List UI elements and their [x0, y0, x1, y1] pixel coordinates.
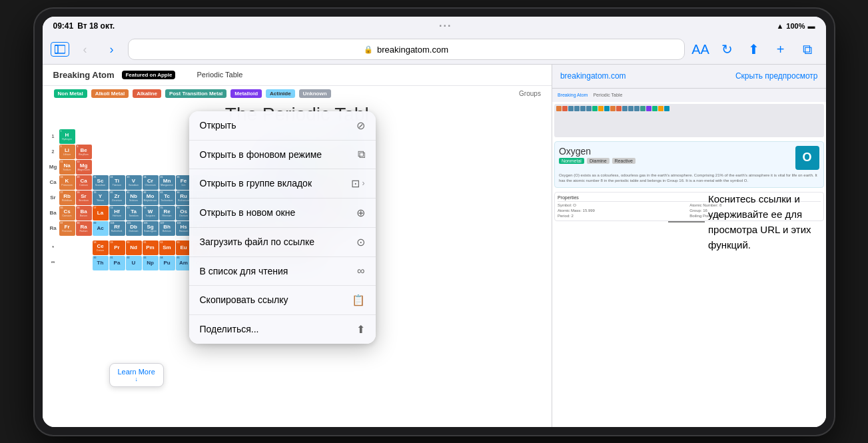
annotation-line [668, 222, 705, 222]
menu-open-background[interactable]: Открыть в фоновом режиме ⧉ [189, 141, 376, 169]
element-Ra[interactable]: 88RaRadium [76, 221, 92, 236]
element-Rf[interactable]: 104RfRutherford. [109, 221, 125, 236]
element-Ba[interactable]: 56BaBarium [76, 206, 92, 221]
element-Mg[interactable]: 12MgMagnesium [76, 160, 92, 175]
element-Cr[interactable]: 24CrChromium [143, 175, 159, 190]
element-K[interactable]: 19KPotassium [59, 175, 75, 190]
element-Ti[interactable]: 22TiTitanium [109, 175, 125, 190]
element-Pu[interactable]: 94Pu [159, 256, 175, 270]
time-display: 09:41 [53, 21, 74, 31]
context-menu: Открыть ⊘ Открыть в фоновом режиме ⧉ Отк… [189, 111, 376, 344]
url-bar[interactable]: 🔒 breakingatom.com [128, 39, 685, 60]
menu-open-new-window[interactable]: Открыть в новом окне ⊕ [189, 199, 376, 228]
legend-alkali: Alkoli Metal [91, 89, 129, 98]
element-Mn[interactable]: 25MnManganese [159, 175, 175, 190]
site-logo: Breaking Atom [53, 70, 115, 80]
preview-screenshot: Breaking Atom Periodic Table [552, 89, 826, 427]
preview-topbar: Breaking Atom Periodic Table [552, 89, 826, 102]
element-Sc[interactable]: 21ScScandium [93, 175, 109, 190]
legend-actinide: Actinide [266, 89, 295, 98]
element-Ac[interactable]: 89Ac [93, 221, 109, 236]
svg-rect-1 [55, 45, 65, 53]
url-text: breakingatom.com [377, 45, 448, 55]
element-Np[interactable]: 93Np [143, 256, 159, 270]
menu-download[interactable]: Загрузить файл по ссылке ⊙ [189, 228, 376, 257]
element-Pa[interactable]: 91Pa [109, 256, 125, 270]
element-Ta[interactable]: 73TaTantalum [126, 206, 142, 221]
element-Be[interactable]: 4BeBeryllium [76, 145, 92, 159]
sidebar-toggle-button[interactable] [51, 42, 69, 57]
annotation-container: Коснитесь ссылки и удерживайте ее для пр… [708, 191, 848, 252]
menu-share[interactable]: Поделиться... ⬆ [189, 315, 376, 344]
element-Zr[interactable]: 40ZrZirconium [109, 191, 125, 205]
element-Sg[interactable]: 106SgSeaborgium [143, 221, 159, 236]
element-Fr[interactable]: 87FrFrancium [59, 221, 75, 236]
element-W[interactable]: 74WTungsten [143, 206, 159, 221]
element-Ce[interactable]: 58CeCerium [93, 240, 109, 255]
pt-nav: Periodic Table [197, 71, 242, 79]
element-Nd[interactable]: 60Nd [126, 240, 142, 255]
element-Ca[interactable]: 20CaCalcium [76, 175, 92, 190]
element-Cs[interactable]: 55CsCaesium [59, 206, 75, 221]
tabs-button[interactable]: ⧉ [797, 39, 818, 60]
element-Sr[interactable]: 38SrStrontium [76, 191, 92, 205]
element-Na[interactable]: 11NaSodium [59, 160, 75, 175]
element-U[interactable]: 92U [126, 256, 142, 270]
arrow-icon: › [362, 179, 365, 188]
annotation-text: Коснитесь ссылки и удерживайте ее для пр… [708, 191, 848, 252]
preview-url: breakingatom.com [560, 71, 626, 81]
hide-preview-button[interactable]: Скрыть предпросмотр [735, 71, 818, 81]
element-Hf[interactable]: 72HfHafnium [109, 206, 125, 221]
status-bar: 09:41 Вт 18 окт. ··· ▲ 100% ▬ [43, 17, 826, 35]
groups-label: Groups [519, 89, 541, 99]
element-Y[interactable]: 39YYttrium [93, 191, 109, 205]
open-icon: ⊘ [356, 119, 365, 132]
legend-unknown: Unknown [299, 89, 331, 98]
element-Th[interactable]: 90Th [93, 256, 109, 270]
element-La[interactable]: 57La [93, 206, 109, 221]
status-right: ▲ 100% ▬ [776, 22, 815, 30]
oxygen-badge-2: Diamine [587, 158, 610, 164]
status-left: 09:41 Вт 18 окт. [53, 21, 115, 31]
oxygen-badge-1: Nonmetal [559, 158, 584, 164]
battery-icon: ▬ [807, 22, 815, 30]
nav-bar: ‹ › 🔒 breakingatom.com AA ↻ ⬆ + ⧉ [43, 35, 826, 65]
reload-button[interactable]: ↻ [717, 39, 738, 60]
learn-more-button[interactable]: Learn More ↓ [109, 363, 164, 387]
download-icon: ⊙ [356, 236, 365, 248]
element-Re[interactable]: 75ReRhenium [159, 206, 175, 221]
open-bg-icon: ⧉ [358, 149, 365, 161]
element-V[interactable]: 23VVanadium [126, 175, 142, 190]
menu-reading-list[interactable]: В список для чтения ∞ [189, 257, 376, 286]
date-display: Вт 18 окт. [77, 21, 115, 31]
aa-button[interactable]: AA [690, 39, 711, 60]
battery-display: 100% [786, 22, 805, 30]
element-H[interactable]: 1HHydrogen [59, 129, 75, 144]
element-Db[interactable]: 105DbDubnium [126, 221, 142, 236]
share-button[interactable]: ⬆ [743, 39, 765, 60]
lock-icon: 🔒 [364, 45, 373, 54]
element-Bh[interactable]: 107BhBohrium [159, 221, 175, 236]
menu-open-tab-group[interactable]: Открыть в группе вкладок ⊡ › [189, 169, 376, 199]
legend-alkaline: Alkaline [133, 89, 161, 98]
element-Li[interactable]: 3LiLithium [59, 145, 75, 159]
back-button[interactable]: ‹ [75, 39, 96, 60]
element-Tc[interactable]: 43TcTechnetium [159, 191, 175, 205]
element-Sm[interactable]: 62Sm [159, 240, 175, 255]
element-Pr[interactable]: 59Pr [109, 240, 125, 255]
element-Rb[interactable]: 37RbRubidium [59, 191, 75, 205]
menu-open[interactable]: Открыть ⊘ [189, 111, 376, 141]
new-tab-button[interactable]: + [770, 39, 791, 60]
element-Nb[interactable]: 41NbNiobium [126, 191, 142, 205]
element-Mo[interactable]: 42MoMolybdenum [143, 191, 159, 205]
menu-copy-link[interactable]: Скопировать ссылку 📋 [189, 286, 376, 315]
share-icon: ⬆ [356, 323, 365, 336]
reading-list-icon: ∞ [357, 265, 364, 277]
prop-symbol: Symbol: O [558, 203, 688, 207]
element-Pm[interactable]: 61Pm [143, 240, 159, 255]
forward-button[interactable]: › [101, 39, 123, 60]
three-dots: ··· [439, 20, 452, 32]
legend: Non Metal Alkoli Metal Alkaline Post Tra… [43, 86, 552, 101]
legend-nonmetal: Non Metal [54, 89, 87, 98]
new-window-icon: ⊕ [356, 207, 365, 219]
